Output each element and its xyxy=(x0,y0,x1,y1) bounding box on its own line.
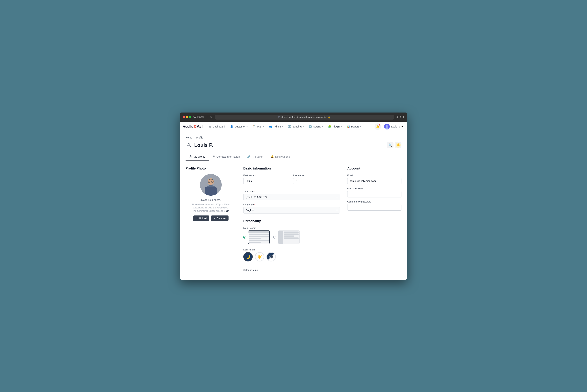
notifications-tab-icon: 🔔 xyxy=(270,155,274,158)
color-scheme-label: Color scheme xyxy=(243,269,340,271)
confirm-password-input[interactable] xyxy=(347,204,401,210)
first-name-required: * xyxy=(255,174,256,177)
first-name-label: First name * xyxy=(243,174,290,177)
layout-option-top[interactable] xyxy=(243,230,270,244)
share-button[interactable]: ↑ xyxy=(400,116,401,119)
color-scheme-group: Color scheme xyxy=(243,269,340,272)
logo[interactable]: Acelle⊠Mail xyxy=(183,124,203,129)
timezone-group: Timezone * (GMT+00:00) UTC (GMT-05:00) E… xyxy=(243,190,340,200)
account-title: Account xyxy=(347,166,401,170)
basic-info-title: Basic information xyxy=(243,166,340,170)
confirm-password-group: Confirm new password xyxy=(347,200,401,210)
new-tab-button[interactable]: + xyxy=(403,116,404,119)
app-content: Acelle⊠Mail ⊞ Dashboard 👤 Customer ▾ 📋 P… xyxy=(180,122,407,280)
email-input[interactable] xyxy=(347,178,401,184)
profile-photo-section: Profile Photo xyxy=(186,166,236,275)
layout-preview-top xyxy=(248,230,270,244)
report-icon: 📊 xyxy=(347,125,350,128)
language-required: * xyxy=(254,203,255,206)
timezone-required: * xyxy=(254,190,255,193)
browser-actions: ⬇ ↑ + xyxy=(396,116,404,119)
basic-info-section: Basic information First name * xyxy=(243,166,340,214)
language-select[interactable]: English French Spanish German xyxy=(243,207,340,214)
new-password-group: New password xyxy=(347,187,401,198)
download-button[interactable]: ⬇ xyxy=(396,116,398,119)
setting-chevron: ▾ xyxy=(322,126,323,128)
browser-nav-buttons: ‹ ↻ xyxy=(206,115,213,119)
nav-dashboard[interactable]: ⊞ Dashboard xyxy=(207,124,227,130)
theme-light-button[interactable]: ☀️ xyxy=(255,252,264,262)
theme-auto-button[interactable] xyxy=(266,252,276,262)
sending-chevron: ▾ xyxy=(303,126,304,128)
account-section: Account Email * New password Confirm xyxy=(347,166,401,275)
upload-button[interactable]: ⬆ Upload xyxy=(193,216,209,221)
language-label: Language * xyxy=(243,203,340,206)
nav-admin[interactable]: 👥 Admin ▾ xyxy=(267,124,285,130)
dark-light-label: Dark / Light xyxy=(243,248,340,251)
nav-plugin[interactable]: 🧩 Plugin ▾ xyxy=(326,124,344,130)
close-button[interactable] xyxy=(183,116,185,118)
upload-prompt: Upload your photo... xyxy=(199,198,222,202)
breadcrumb: Home › Profile xyxy=(186,136,401,139)
my-profile-icon xyxy=(189,155,192,158)
remove-button[interactable]: ✕ Remove xyxy=(211,216,228,221)
breadcrumb-separator: › xyxy=(194,136,195,139)
avatar xyxy=(384,124,390,130)
new-password-input[interactable] xyxy=(347,191,401,198)
page-title-icon xyxy=(186,142,192,148)
theme-toggle-button[interactable]: ☀️ xyxy=(395,142,401,148)
customer-chevron: ▾ xyxy=(246,126,247,128)
page-title-group: Louis P. xyxy=(186,142,213,148)
svg-point-3 xyxy=(386,125,388,127)
layout-option-sidebar[interactable] xyxy=(273,230,300,244)
remove-icon: ✕ xyxy=(214,217,216,220)
breadcrumb-home[interactable]: Home xyxy=(186,136,192,139)
nav-sending[interactable]: 🔄 Sending ▾ xyxy=(286,124,306,130)
nav-customer[interactable]: 👤 Customer ▾ xyxy=(228,124,250,130)
upload-hint: Photo should be at least 300px x 300px A… xyxy=(192,203,230,212)
browser-window: Private ‹ ↻ M demo.acellemail.com/admin/… xyxy=(180,112,407,280)
tab-api-token[interactable]: 🔗 API token xyxy=(243,153,267,161)
page-header: Louis P. 🔍 ☀️ xyxy=(186,142,401,148)
nav-plan[interactable]: 📋 Plan ▾ xyxy=(250,124,266,130)
timezone-select[interactable]: (GMT+00:00) UTC (GMT-05:00) Eastern Time… xyxy=(243,194,340,200)
dark-light-group: Dark / Light 🌙 ☀️ xyxy=(243,248,340,266)
user-menu-chevron: ▾ xyxy=(401,125,403,128)
confirm-password-label: Confirm new password xyxy=(347,200,401,203)
address-bar[interactable]: M demo.acellemail.com/admin/account/prof… xyxy=(215,115,394,120)
nav-setting[interactable]: ⚙️ Setting ▾ xyxy=(307,124,325,130)
personality-title: Personality xyxy=(243,219,340,223)
theme-dark-button[interactable]: 🌙 xyxy=(243,252,253,262)
first-name-group: First name * xyxy=(243,174,290,184)
email-required: * xyxy=(354,174,355,177)
search-button[interactable]: 🔍 xyxy=(387,142,394,148)
browser-chrome: Private ‹ ↻ M demo.acellemail.com/admin/… xyxy=(180,112,407,122)
back-button[interactable]: ‹ xyxy=(206,115,208,119)
upload-icon: ⬆ xyxy=(196,217,198,220)
plugin-icon: 🧩 xyxy=(328,125,332,128)
breadcrumb-current: Profile xyxy=(196,136,203,139)
plan-chevron: ▾ xyxy=(263,126,264,128)
layout-radio-1[interactable] xyxy=(243,236,246,238)
last-name-input[interactable] xyxy=(293,178,340,184)
layout-radio-2[interactable] xyxy=(273,236,276,238)
user-menu[interactable]: Louis P. ▾ xyxy=(383,123,404,130)
admin-chevron: ▾ xyxy=(282,126,283,128)
last-name-group: Last name * xyxy=(293,174,340,184)
fullscreen-button[interactable] xyxy=(189,116,191,118)
svg-rect-0 xyxy=(194,116,196,118)
tab-notifications[interactable]: 🔔 Notifications xyxy=(267,153,294,161)
tabs: My profile 🏛 Contact information 🔗 API t… xyxy=(186,153,401,161)
reload-button[interactable]: ↻ xyxy=(209,115,213,119)
nav-report[interactable]: 📊 Report ▾ xyxy=(345,124,363,130)
first-name-input[interactable] xyxy=(243,178,290,184)
svg-rect-1 xyxy=(194,118,195,118)
minimize-button[interactable] xyxy=(186,116,188,118)
tab-contact-information[interactable]: 🏛 Contact information xyxy=(209,153,243,161)
api-token-icon: 🔗 xyxy=(247,155,250,158)
avatar-circle xyxy=(200,174,222,196)
email-label: Email * xyxy=(347,174,401,177)
last-name-label: Last name * xyxy=(293,174,340,177)
notifications-bell[interactable]: 🔔 xyxy=(375,123,381,130)
tab-my-profile[interactable]: My profile xyxy=(186,153,209,161)
